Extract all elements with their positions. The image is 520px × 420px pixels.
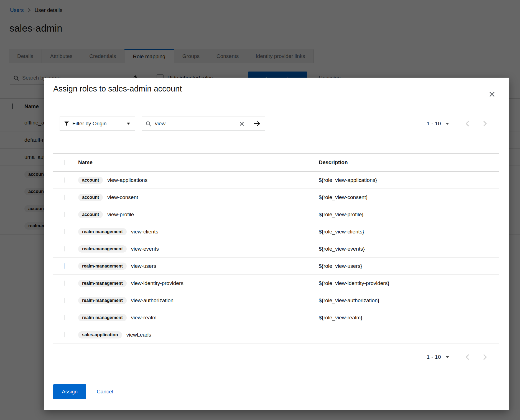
- role-name: view-clients: [131, 229, 158, 235]
- role-checkbox[interactable]: [65, 229, 65, 234]
- modal-search-box[interactable]: [142, 116, 249, 131]
- role-origin-badge: realm-management: [78, 263, 127, 270]
- pagination-prev-icon[interactable]: [464, 119, 471, 128]
- role-row: realm-management view-identity-providers…: [53, 275, 499, 292]
- role-name: view-events: [131, 246, 159, 252]
- role-description: ${role_view-users}: [319, 263, 499, 269]
- modal-search-group: [142, 116, 265, 131]
- modal-search-input[interactable]: [154, 120, 235, 127]
- pagination-next-icon[interactable]: [482, 353, 489, 362]
- role-origin-badge: account: [78, 211, 103, 218]
- pagination-prev-icon[interactable]: [464, 353, 471, 362]
- pagination-bottom: 1 - 10: [427, 350, 489, 364]
- modal-roles-table: Name Description account view-applicatio…: [53, 153, 499, 343]
- assign-button[interactable]: Assign: [53, 384, 86, 399]
- description-column-header: Description: [319, 159, 348, 165]
- role-origin-badge: account: [78, 194, 103, 201]
- role-row: realm-management view-events ${role_view…: [53, 240, 499, 258]
- role-checkbox[interactable]: [65, 177, 65, 183]
- filter-by-origin-dropdown[interactable]: Filter by Origin: [60, 116, 135, 131]
- role-name: view-consent: [107, 194, 138, 200]
- role-checkbox[interactable]: [65, 298, 65, 303]
- role-description: ${role_view-identity-providers}: [319, 280, 499, 286]
- modal-table-rows: account view-applications ${role_view-ap…: [53, 172, 499, 343]
- role-row: account view-profile ${role_view-profile…: [53, 206, 499, 223]
- modal-table-header: Name Description: [53, 154, 499, 172]
- role-name: view-applications: [107, 177, 147, 183]
- role-origin-badge: realm-management: [78, 297, 127, 304]
- close-icon[interactable]: [488, 90, 496, 99]
- search-submit-arrow-icon[interactable]: [249, 116, 265, 131]
- role-checkbox[interactable]: [65, 212, 65, 217]
- role-checkbox[interactable]: [65, 263, 65, 269]
- role-description: ${role_view-clients}: [319, 229, 499, 235]
- select-all-checkbox[interactable]: [65, 160, 65, 165]
- caret-down-icon: [127, 123, 130, 125]
- role-row: account view-consent ${role_view-consent…: [53, 189, 499, 206]
- role-origin-badge: realm-management: [78, 280, 127, 287]
- role-origin-badge: account: [78, 177, 103, 184]
- role-row: realm-management view-clients ${role_vie…: [53, 223, 499, 240]
- cancel-button[interactable]: Cancel: [97, 389, 113, 395]
- role-description: ${role_view-consent}: [319, 194, 499, 200]
- pagination-caret-down-icon[interactable]: [445, 356, 449, 358]
- role-checkbox[interactable]: [65, 195, 65, 200]
- filter-funnel-icon: [64, 121, 69, 126]
- app-frame: Users User details sales-admin Details A…: [0, 0, 520, 420]
- role-origin-badge: realm-management: [78, 228, 127, 235]
- role-origin-badge: realm-management: [78, 314, 127, 321]
- role-checkbox[interactable]: [65, 246, 65, 251]
- role-name: view-realm: [131, 315, 157, 321]
- role-description: ${role_view-applications}: [319, 177, 499, 183]
- filter-label: Filter by Origin: [72, 121, 107, 127]
- modal-footer: Assign Cancel: [53, 384, 113, 399]
- clear-search-icon[interactable]: [239, 121, 245, 127]
- pagination-next-icon[interactable]: [482, 119, 489, 128]
- role-checkbox[interactable]: [65, 315, 65, 320]
- role-description: ${role_view-profile}: [319, 212, 499, 218]
- pagination-range: 1 - 10: [427, 121, 441, 127]
- role-name: view-users: [131, 263, 156, 269]
- pagination-range: 1 - 10: [427, 354, 441, 360]
- role-name: view-profile: [107, 212, 134, 218]
- role-description: ${role_view-realm}: [319, 315, 499, 321]
- role-name: view-authorization: [131, 297, 174, 304]
- role-name: viewLeads: [126, 332, 151, 338]
- name-column-header: Name: [78, 159, 93, 166]
- role-checkbox[interactable]: [65, 281, 65, 286]
- pagination-top: 1 - 10: [427, 116, 489, 131]
- role-origin-badge: sales-application: [78, 331, 122, 338]
- role-row: realm-management view-realm ${role_view-…: [53, 309, 499, 326]
- role-name: view-identity-providers: [131, 280, 183, 286]
- role-row: realm-management view-authorization ${ro…: [53, 292, 499, 309]
- assign-roles-modal: Assign roles to sales-admin account Filt…: [44, 78, 509, 410]
- role-description: ${role_view-events}: [319, 246, 499, 252]
- pagination-caret-down-icon[interactable]: [445, 123, 449, 125]
- role-row: account view-applications ${role_view-ap…: [53, 172, 499, 189]
- role-origin-badge: realm-management: [78, 245, 127, 253]
- role-description: ${role_view-authorization}: [319, 297, 499, 304]
- role-row: realm-management view-users ${role_view-…: [53, 258, 499, 275]
- role-checkbox[interactable]: [65, 332, 65, 337]
- search-icon: [146, 121, 151, 126]
- modal-title: Assign roles to sales-admin account: [53, 84, 182, 93]
- role-row: sales-application viewLeads: [53, 326, 499, 343]
